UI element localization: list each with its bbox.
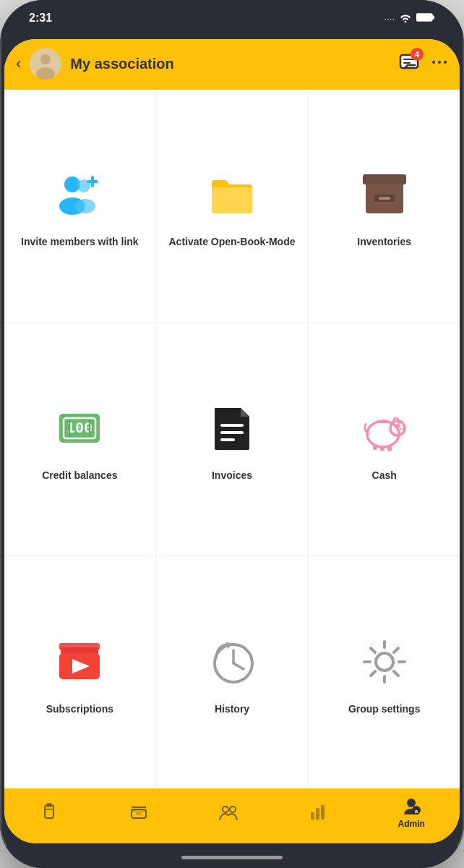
credit-balances-button[interactable]: 100 Credit balances xyxy=(4,323,155,556)
history-button[interactable]: History xyxy=(157,556,308,788)
screen: ‹ My association 4 xyxy=(4,39,460,843)
invite-label: Invite members with link xyxy=(21,235,139,248)
svg-rect-34 xyxy=(379,421,387,423)
signal-icon: ···· xyxy=(384,13,395,24)
phone-bottom xyxy=(0,846,464,868)
open-book-label: Activate Open-Book-Mode xyxy=(168,235,295,248)
group-settings-label: Group settings xyxy=(348,702,421,715)
svg-rect-59 xyxy=(132,809,146,812)
subscriptions-button[interactable]: Subscriptions xyxy=(4,556,155,788)
inventories-label: Inventories xyxy=(357,235,411,248)
svg-rect-0 xyxy=(416,14,432,21)
chat-button[interactable]: 4 xyxy=(399,52,419,75)
invoice-icon xyxy=(206,399,258,457)
svg-rect-16 xyxy=(87,180,98,183)
status-time: 2:31 xyxy=(29,12,52,25)
nav-admin-label: Admin xyxy=(398,819,425,829)
wifi-icon xyxy=(399,12,412,25)
svg-text:a: a xyxy=(415,808,418,814)
svg-line-52 xyxy=(371,648,375,652)
svg-line-53 xyxy=(394,671,398,676)
svg-line-55 xyxy=(371,671,375,676)
svg-rect-66 xyxy=(321,805,325,820)
svg-point-33 xyxy=(402,427,404,430)
nav-admin[interactable]: a Admin xyxy=(398,796,425,829)
nav-stats[interactable] xyxy=(308,802,328,822)
settings-icon xyxy=(358,633,411,691)
svg-line-45 xyxy=(233,663,244,669)
credit-icon: 100 xyxy=(53,399,106,457)
cash-button[interactable]: Cash xyxy=(309,323,460,556)
header-title: My association xyxy=(70,56,390,72)
more-button[interactable] xyxy=(431,54,448,74)
history-label: History xyxy=(215,702,249,715)
group-settings-button[interactable]: Group settings xyxy=(309,556,460,788)
svg-point-3 xyxy=(40,54,51,64)
invite-members-button[interactable]: Invite members with link xyxy=(4,90,155,322)
home-indicator xyxy=(181,856,283,859)
svg-point-63 xyxy=(230,807,236,812)
back-button[interactable]: ‹ xyxy=(16,54,21,73)
svg-point-38 xyxy=(398,425,400,427)
svg-rect-7 xyxy=(403,62,411,64)
svg-rect-18 xyxy=(363,174,406,184)
svg-rect-26 xyxy=(220,424,244,427)
subscriptions-label: Subscriptions xyxy=(46,702,113,715)
svg-rect-27 xyxy=(220,431,244,434)
inventories-button[interactable]: Inventories xyxy=(309,90,460,322)
nav-members[interactable] xyxy=(218,802,239,822)
svg-point-8 xyxy=(432,61,435,64)
svg-point-10 xyxy=(444,61,447,64)
svg-point-62 xyxy=(223,807,228,812)
status-icons: ···· xyxy=(384,12,435,25)
phone-frame: 2:31 ···· ‹ xyxy=(0,0,464,868)
book-icon xyxy=(206,166,258,224)
inventory-icon xyxy=(358,166,411,224)
invoices-button[interactable]: Invoices xyxy=(157,323,308,556)
svg-text:100: 100 xyxy=(66,419,93,436)
notification-badge: 4 xyxy=(411,48,424,61)
invite-icon xyxy=(53,166,106,224)
avatar xyxy=(30,48,61,80)
svg-rect-37 xyxy=(387,446,392,451)
subscriptions-icon xyxy=(53,633,106,691)
svg-point-32 xyxy=(399,427,401,430)
credit-balances-label: Credit balances xyxy=(42,469,117,482)
nav-drinks[interactable] xyxy=(39,802,59,822)
svg-point-14 xyxy=(75,199,95,213)
svg-rect-64 xyxy=(311,812,314,820)
svg-rect-61 xyxy=(136,812,142,815)
nav-food[interactable] xyxy=(129,802,149,822)
svg-rect-65 xyxy=(316,808,319,820)
history-icon xyxy=(206,633,258,691)
svg-rect-28 xyxy=(220,438,235,441)
header: ‹ My association 4 xyxy=(4,39,460,90)
svg-point-67 xyxy=(407,799,416,807)
open-book-mode-button[interactable]: Activate Open-Book-Mode xyxy=(157,90,308,322)
svg-rect-35 xyxy=(373,444,377,450)
battery-icon xyxy=(416,12,435,25)
bottom-navigation: a Admin xyxy=(4,788,460,843)
svg-point-9 xyxy=(438,61,441,64)
invoices-label: Invoices xyxy=(212,469,252,482)
svg-rect-1 xyxy=(432,15,434,19)
svg-rect-20 xyxy=(379,197,390,200)
menu-grid: Invite members with link Activate Open-B… xyxy=(4,90,460,788)
cash-label: Cash xyxy=(372,469,397,482)
notch xyxy=(174,0,290,22)
svg-rect-36 xyxy=(380,446,384,451)
svg-point-47 xyxy=(376,653,393,671)
svg-line-54 xyxy=(394,648,398,652)
cash-icon xyxy=(358,399,411,457)
svg-marker-46 xyxy=(226,642,232,649)
header-icons: 4 xyxy=(399,52,448,75)
